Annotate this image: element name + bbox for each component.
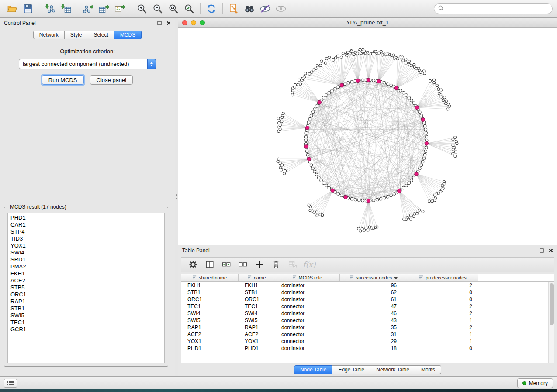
import-table-from-file-icon	[60, 3, 72, 14]
show-columns-button[interactable]	[203, 258, 216, 271]
mcds-result-item[interactable]: CAR1	[10, 221, 162, 228]
panel-splitter[interactable]	[175, 18, 178, 376]
zoom-in-button[interactable]	[134, 2, 150, 16]
table-row[interactable]: ACE2ACE2connector311	[181, 331, 554, 338]
control-panel-tabs: NetworkStyleSelectMCDS	[0, 31, 175, 39]
maximize-window-button[interactable]	[200, 20, 205, 25]
desktop-background	[0, 389, 557, 392]
function-builder-icon: f(x)	[303, 260, 315, 269]
apply-layout-button[interactable]	[204, 2, 219, 16]
apply-layout-icon	[206, 3, 217, 14]
search-input[interactable]	[446, 6, 548, 12]
tab-network-table[interactable]: Network Table	[370, 365, 415, 374]
mcds-result-item[interactable]: RAP1	[10, 298, 162, 305]
table-cell: 43	[340, 317, 408, 323]
table-panel-float-button[interactable]	[540, 248, 544, 253]
mcds-result-item[interactable]: PHD1	[10, 214, 162, 221]
table-panel-close-button[interactable]	[549, 248, 553, 253]
memory-label: Memory	[529, 380, 548, 386]
save-session-button[interactable]	[20, 2, 36, 16]
tab-network[interactable]: Network	[33, 31, 65, 39]
run-mcds-button[interactable]: Run MCDS	[42, 75, 84, 85]
table-row[interactable]: TEC1TEC1connector472	[181, 303, 554, 310]
mcds-result-item[interactable]: GCR1	[10, 326, 162, 333]
table-panel: Table Panel f(x) shared namenameMCDS rol…	[178, 245, 557, 376]
mcds-result-item[interactable]: STB5	[10, 284, 162, 291]
export-table-button[interactable]	[96, 2, 112, 16]
deselect-all-button[interactable]	[236, 258, 249, 271]
control-panel-close-button[interactable]	[166, 21, 171, 25]
network-canvas[interactable]	[178, 28, 557, 245]
mcds-result-item[interactable]: STP4	[10, 228, 162, 235]
tab-motifs[interactable]: Motifs	[415, 365, 441, 374]
mcds-result-item[interactable]: PMA2	[10, 263, 162, 270]
mcds-result-item[interactable]: STB1	[10, 305, 162, 312]
zoom-fit-content-button[interactable]	[166, 2, 181, 16]
hide-selected-button[interactable]	[257, 2, 273, 16]
mcds-result-item[interactable]: TEC1	[10, 319, 162, 326]
control-panel-float-button[interactable]	[157, 21, 162, 25]
table-cell: SWI4	[239, 310, 275, 316]
search-box[interactable]	[434, 3, 553, 14]
mcds-result-item[interactable]: ORC1	[10, 291, 162, 298]
minimize-window-button[interactable]	[191, 20, 196, 25]
table-row[interactable]: FKH1FKH1dominator962	[181, 282, 554, 289]
table-cell: 1	[408, 338, 478, 344]
status-menu-button[interactable]	[4, 379, 17, 388]
mcds-result-item[interactable]: SRD1	[10, 256, 162, 263]
table-cell: RAP1	[239, 324, 275, 330]
mcds-result-item[interactable]: FKH1	[10, 270, 162, 277]
table-scrollbar[interactable]	[548, 282, 554, 363]
close-mcds-panel-button[interactable]: Close panel	[90, 75, 133, 85]
import-table-from-file-button[interactable]	[58, 2, 74, 16]
tab-select[interactable]: Select	[88, 31, 114, 39]
network-view-window: YPA_prune.txt_1	[178, 18, 557, 245]
tab-edge-table[interactable]: Edge Table	[332, 365, 370, 374]
copy-style-button[interactable]	[226, 2, 242, 16]
zoom-selected-button[interactable]	[181, 2, 197, 16]
export-network-icon	[83, 3, 94, 14]
export-image-button[interactable]	[112, 2, 128, 16]
table-row[interactable]: ORC1ORC1dominator610	[181, 296, 554, 303]
column-header-predecessor-nodes[interactable]: predecessor nodes	[408, 274, 478, 281]
column-header-shared-name[interactable]: shared name	[181, 274, 239, 281]
column-header-MCDS-role[interactable]: MCDS role	[275, 274, 340, 281]
mcds-result-item[interactable]: SWI4	[10, 249, 162, 256]
table-options-button[interactable]	[187, 258, 200, 271]
select-all-button[interactable]	[220, 258, 233, 271]
column-header-name[interactable]: name	[239, 274, 275, 281]
add-column-button[interactable]	[253, 258, 266, 271]
mcds-result-list[interactable]: PHD1CAR1STP4TID3YOX1SWI4SRD1PMA2FKH1ACE2…	[7, 213, 165, 363]
tab-mcds[interactable]: MCDS	[114, 31, 142, 39]
tab-style[interactable]: Style	[65, 31, 88, 39]
column-header-successor-nodes[interactable]: successor nodes	[340, 274, 408, 281]
scrollbar-thumb[interactable]	[550, 283, 554, 325]
table-row[interactable]: STB1STB1dominator620	[181, 289, 554, 296]
mcds-result-item[interactable]: YOX1	[10, 242, 162, 249]
mcds-result-item[interactable]: TID3	[10, 235, 162, 242]
delete-columns-icon	[271, 260, 281, 269]
mcds-result-item[interactable]: ACE2	[10, 277, 162, 284]
toolbar-separator	[77, 3, 77, 14]
tab-node-table[interactable]: Node Table	[294, 365, 333, 374]
open-session-button[interactable]	[4, 2, 20, 16]
zoom-out-button[interactable]	[150, 2, 166, 16]
find-button[interactable]	[242, 2, 257, 16]
table-row[interactable]: RAP1RAP1dominator352	[181, 324, 554, 331]
delete-columns-button[interactable]	[270, 258, 283, 271]
show-graphics-details-button[interactable]	[273, 2, 289, 16]
export-network-button[interactable]	[80, 2, 96, 16]
memory-button[interactable]: Memory	[517, 378, 553, 388]
column-type-icon	[293, 275, 297, 280]
close-window-button[interactable]	[182, 20, 187, 25]
table-cell: 62	[340, 289, 408, 296]
table-row[interactable]: SWI4SWI4dominator462	[181, 310, 554, 317]
mcds-result-item[interactable]: SWI5	[10, 312, 162, 319]
table-row[interactable]: SWI5SWI5connector431	[181, 317, 554, 324]
table-row[interactable]: PHD1PHD1dominator180	[181, 345, 554, 352]
table-row[interactable]: YOX1YOX1connector291	[181, 338, 554, 345]
toolbar-buttons	[4, 2, 289, 16]
function-builder-button: f(x)	[303, 258, 316, 271]
import-network-from-file-button[interactable]	[42, 2, 58, 16]
criterion-select[interactable]: largest connected component (undirected)	[19, 59, 156, 69]
